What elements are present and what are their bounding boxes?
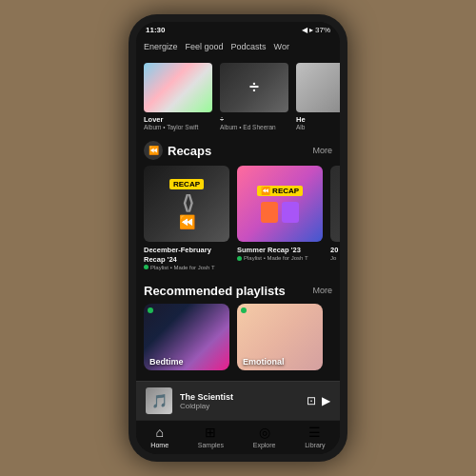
album-sub-divide: Album • Ed Sheeran [220,124,288,131]
album-thumb-he [296,63,340,112]
album-card-lover[interactable]: Lover Album • Taylor Swift [144,63,212,131]
tab-feelgood[interactable]: Feel good [186,40,224,53]
album-title-lover: Lover [144,115,212,124]
np-album-art: 🎵 [146,387,172,414]
np-info: The Scientist Coldplay [180,392,299,410]
green-dot-summer [237,256,242,261]
nav-samples[interactable]: ⊞ Samples [198,425,224,448]
playlists-more-btn[interactable]: More [312,286,332,295]
cast-icon[interactable]: ⊡ [307,394,316,407]
recap-card-summer[interactable]: ⏪ RECAP Summer Recap '23 Playlist • Made… [237,166,323,270]
album-row: Lover Album • Taylor Swift ÷ ÷ Album • E… [136,59,340,135]
album-thumb-divide: ÷ [220,63,288,112]
recap-title-summer: Summer Recap '23 [237,246,323,255]
nav-library-label: Library [305,442,325,448]
recaps-header: ⏪ Recaps More [136,135,340,164]
recap-row: RECAP ⟨⟩ ⏪ December-February Recap '24 P… [136,164,340,278]
album-sub-he: Alb [296,124,340,131]
green-dot-bedtime [148,307,153,313]
home-icon: ⌂ [155,425,163,440]
recap-thumb-third [330,166,340,242]
recap-card-third[interactable]: 20 Jo [330,166,340,270]
explore-icon: ◎ [259,425,270,440]
category-tabs: Energize Feel good Podcasts Wor [136,36,340,59]
green-dot-dec [144,265,149,269]
play-button[interactable]: ▶ [322,394,330,407]
scrollable-content[interactable]: Energize Feel good Podcasts Wor Lover Al… [136,36,340,381]
samples-icon: ⊞ [205,425,216,440]
tab-wor[interactable]: Wor [274,40,289,53]
recap-sub-summer: Playlist • Made for Josh T [237,255,323,261]
green-dot-emotional [241,307,247,313]
nav-home-label: Home [150,442,169,448]
nav-explore-label: Explore [253,442,276,448]
playlist-label-bedtime: Bedtime [149,357,184,367]
nav-samples-label: Samples [198,442,224,448]
nav-library[interactable]: ☰ Library [305,425,325,448]
album-sub-lover: Album • Taylor Swift [144,124,212,131]
playlists-header: Recommended playlists More [136,278,340,302]
status-icons: ◀ ▸ 37% [302,26,330,34]
np-title: The Scientist [180,392,299,402]
playlist-card-emotional[interactable]: Emotional [237,304,323,370]
recap-thumb-summer: ⏪ RECAP [237,166,323,242]
nav-explore[interactable]: ◎ Explore [253,425,276,448]
recaps-title: Recaps [168,144,211,158]
recap-badge-dec: RECAP [169,179,204,189]
phone-frame: 11:30 ◀ ▸ 37% Energize Feel good Podcast… [129,14,347,462]
playlist-label-emotional: Emotional [243,357,285,367]
tab-podcasts[interactable]: Podcasts [231,40,267,53]
status-time: 11:30 [146,26,165,34]
album-thumb-lover [144,63,212,112]
playlist-card-bedtime[interactable]: Bedtime [144,304,229,370]
tab-energize[interactable]: Energize [144,40,178,53]
now-playing-bar: 🎵 The Scientist Coldplay ⊡ ▶ [136,381,340,420]
status-bar: 11:30 ◀ ▸ 37% [136,22,340,36]
recaps-header-left: ⏪ Recaps [144,141,211,160]
album-card-divide[interactable]: ÷ ÷ Album • Ed Sheeran [220,63,288,131]
recap-thumb-dec: RECAP ⟨⟩ ⏪ [144,166,229,242]
library-icon: ☰ [308,425,321,440]
recap-badge-summer: ⏪ RECAP [257,186,303,196]
recap-title-third: 20 [330,246,340,255]
recap-zigzag-dec: ⟨⟩ [182,191,191,214]
recap-sub-third: Jo [330,255,340,261]
playlists-title: Recommended playlists [144,284,286,298]
recaps-more-btn[interactable]: More [312,146,332,155]
battery-text: ◀ ▸ 37% [302,26,330,34]
bottom-nav: ⌂ Home ⊞ Samples ◎ Explore ☰ Library [136,420,340,454]
recap-title-dec: December-February Recap '24 [144,246,229,265]
np-artist: Coldplay [180,402,299,410]
np-controls: ⊡ ▶ [307,394,330,407]
recap-back-icon[interactable]: ⏪ [144,141,163,160]
album-card-he[interactable]: He Alb [296,63,340,131]
playlist-row: Bedtime Emotional [136,302,340,378]
album-title-he: He [296,115,340,124]
nav-home[interactable]: ⌂ Home [150,425,169,448]
recap-sub-dec: Playlist • Made for Josh T [144,265,229,270]
album-title-divide: ÷ [220,115,288,124]
recap-card-dec[interactable]: RECAP ⟨⟩ ⏪ December-February Recap '24 P… [144,166,229,270]
phone-screen: 11:30 ◀ ▸ 37% Energize Feel good Podcast… [136,22,340,454]
